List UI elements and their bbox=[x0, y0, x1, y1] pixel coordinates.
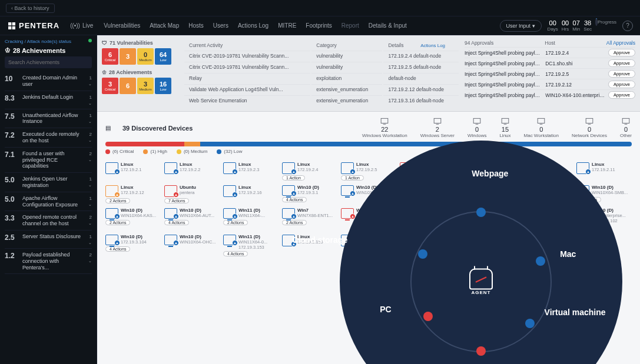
cracking-status-link[interactable]: Cracking / Attack node(s) status bbox=[5, 39, 71, 44]
svg-rect-6 bbox=[502, 118, 509, 123]
achievement-count: 1 bbox=[89, 176, 92, 182]
device-card[interactable]: ▲Win10 (D)WIN10X64-OHC... bbox=[164, 235, 220, 256]
device-name: Linux bbox=[592, 162, 615, 167]
device-card[interactable]: ▲Win10 (D)172.19.3.14 Actions bbox=[282, 185, 337, 203]
all-approvals-link[interactable]: All Approvals bbox=[606, 40, 635, 46]
device-card[interactable]: ▲Win11 (D)WIN11X64-...2 Actions bbox=[223, 208, 278, 230]
device-icon: ▲ bbox=[576, 162, 589, 174]
activity-row[interactable]: Citrix CVE-2019-19781 Vulnerability Scan… bbox=[184, 62, 459, 72]
device-name: Win10 (D) bbox=[180, 208, 214, 213]
achievement-row[interactable]: 2.5Server Status Disclosure1⌄ bbox=[5, 231, 92, 249]
severity-block[interactable]: 3Medium bbox=[137, 78, 154, 94]
approve-button[interactable]: Approve bbox=[608, 70, 635, 78]
achievement-row[interactable]: 7.2Executed code remotely on the host2⌄ bbox=[5, 128, 92, 148]
device-ip: WIN10X64-SMB... bbox=[592, 190, 628, 195]
achievement-row[interactable]: 5.0Apache Airflow Configuration Exposure… bbox=[5, 192, 92, 212]
approval-desc: Inject Spring4Shell probing payload bbox=[465, 92, 542, 98]
user-input-button[interactable]: User Input ▾ bbox=[500, 20, 542, 32]
approve-button[interactable]: Approve bbox=[608, 49, 635, 56]
device-name: Win10 (D) bbox=[297, 185, 319, 190]
diagram-node-label: PC bbox=[380, 305, 391, 314]
device-card[interactable]: ▲Linux172.19.2.11 bbox=[576, 162, 632, 181]
achievement-count: 1 bbox=[89, 113, 92, 118]
approval-row: Inject Spring4Shell probing payloadWIN10… bbox=[465, 89, 635, 100]
device-card[interactable]: ▲Linux172.19.2.16 bbox=[223, 185, 278, 203]
achievement-score: 7.5 bbox=[5, 112, 19, 121]
device-card[interactable]: ▲Linux172.19.2.3 bbox=[223, 162, 278, 181]
device-card[interactable]: ▲Linux172.19.2.1 bbox=[105, 162, 161, 181]
svg-rect-10 bbox=[586, 118, 593, 123]
achievement-row[interactable]: 7.1Found a user with privileged RCE capa… bbox=[5, 148, 92, 173]
device-ip: 172.19.2.2 bbox=[180, 167, 200, 172]
help-icon[interactable]: ? bbox=[622, 21, 633, 31]
device-icon: ▲ bbox=[282, 208, 295, 219]
severity-block[interactable]: 3Critical bbox=[102, 78, 118, 94]
achievement-label: Unauthenticated Airflow Instance bbox=[22, 112, 85, 125]
nav-users[interactable]: Users bbox=[213, 22, 228, 29]
nav-hosts[interactable]: Hosts bbox=[188, 22, 204, 29]
device-actions-badge[interactable]: 4 Actions bbox=[105, 246, 130, 252]
device-actions-badge[interactable]: 2 Actions bbox=[282, 220, 307, 225]
achievement-row[interactable]: 3.3Opened remote control channel on the … bbox=[5, 211, 92, 231]
device-name: Linux bbox=[121, 162, 141, 167]
severity-block[interactable]: 6Critical bbox=[102, 48, 118, 65]
search-achievements-input[interactable] bbox=[5, 56, 92, 68]
nav-details---input[interactable]: Details & Input bbox=[369, 22, 407, 29]
activity-row[interactable]: Web Service Enumerationextensive_enumera… bbox=[184, 95, 459, 105]
approval-host: 172.19.2.4 bbox=[545, 50, 605, 56]
nav-mitre[interactable]: MITRE bbox=[278, 22, 296, 29]
nav-report[interactable]: Report bbox=[341, 22, 359, 29]
device-actions-badge[interactable]: 2 Actions bbox=[105, 220, 130, 225]
device-icon: ▲ bbox=[164, 185, 177, 197]
device-actions-badge[interactable]: 4 Actions bbox=[282, 197, 307, 202]
achievement-row[interactable]: 10Created Domain Admin user1⌄ bbox=[5, 72, 92, 91]
severity-block[interactable]: 64Low bbox=[155, 48, 171, 65]
nav-attack-map[interactable]: Attack Map bbox=[150, 22, 179, 29]
back-to-history-button[interactable]: ‹ Back to history bbox=[6, 4, 55, 13]
device-card[interactable]: ▲Win10 (D)WIN10X64-KAS...2 Actions bbox=[105, 208, 161, 230]
activity-row[interactable]: Citrix CVE-2019-19781 Vulnerability Scan… bbox=[184, 51, 459, 61]
device-ip: pentera bbox=[180, 190, 196, 195]
severity-block[interactable]: 3 bbox=[120, 48, 136, 65]
device-card[interactable]: ▲Win10 (D)WIN10X64-AUT...4 Actions bbox=[164, 208, 220, 230]
achievement-label: Apache Airflow Configuration Exposure bbox=[22, 195, 85, 208]
achievement-row[interactable]: 5.0Jenkins Open User registration1⌄ bbox=[5, 173, 92, 192]
device-actions-badge[interactable]: 2 Actions bbox=[105, 198, 130, 203]
device-card[interactable]: ▲Linux172.19.2.2 bbox=[164, 162, 220, 181]
activity-row[interactable]: Relayexploitationdefault-node bbox=[184, 73, 459, 83]
device-actions-badge[interactable]: 7 Actions bbox=[164, 198, 189, 203]
device-card[interactable]: ▲Linux172.19.2.122 Actions bbox=[105, 185, 161, 203]
achievement-label: Opened remote control channel on the hos… bbox=[22, 214, 85, 227]
actions-log-link[interactable]: Actions Log bbox=[420, 43, 445, 48]
device-name: Ubuntu bbox=[180, 185, 196, 190]
legend-item: (6) Critical bbox=[105, 149, 134, 154]
device-card[interactable]: ▲Ubuntupentera7 Actions bbox=[164, 185, 220, 203]
device-actions-badge[interactable]: 1 Action bbox=[282, 175, 305, 181]
device-ip: WIN11X64-0... bbox=[238, 239, 267, 245]
device-card[interactable]: ▲Win7WIN7X86-ENT1...2 Actions bbox=[282, 208, 337, 230]
device-card[interactable]: ▲Win11 (D)WIN11X64-0...172.19.3.1534 Act… bbox=[223, 235, 278, 256]
nav-vulnerabilities[interactable]: Vulnerabilities bbox=[104, 22, 140, 29]
device-card[interactable]: ▲Linux172.19.2.41 Action bbox=[282, 162, 337, 181]
achievement-row[interactable]: 1.2Payload established connection with P… bbox=[5, 249, 92, 274]
nav-actions-log[interactable]: Actions Log bbox=[238, 22, 268, 29]
device-actions-badge[interactable]: 1 Action bbox=[341, 175, 364, 181]
device-actions-badge[interactable]: 2 Actions bbox=[223, 220, 248, 225]
device-actions-badge[interactable]: 4 Actions bbox=[164, 220, 189, 225]
device-stat: 0Other bbox=[620, 118, 632, 138]
severity-block[interactable]: 0Medium bbox=[137, 48, 154, 65]
achievement-row[interactable]: 7.5Unauthenticated Airflow Instance1⌄ bbox=[5, 109, 92, 129]
approve-button[interactable]: Approve bbox=[608, 91, 635, 99]
approve-button[interactable]: Approve bbox=[608, 81, 635, 88]
nav-footprints[interactable]: Footprints bbox=[306, 22, 331, 29]
severity-block[interactable]: 16Low bbox=[155, 78, 171, 94]
devices-dropdown-icon[interactable]: ▤ bbox=[105, 125, 111, 131]
severity-block[interactable]: 6 bbox=[120, 78, 136, 94]
device-card[interactable]: ▲Win10 (D)172.19.3.1044 Actions bbox=[105, 235, 161, 256]
achievement-row[interactable]: 8.3Jenkins Default Login1⌄ bbox=[5, 91, 92, 109]
activity-row[interactable]: Validate Web Application Log4Shell Vuln.… bbox=[184, 84, 459, 94]
device-actions-badge[interactable]: 4 Actions bbox=[223, 251, 248, 256]
achievement-label: Server Status Disclosure bbox=[22, 233, 85, 240]
approve-button[interactable]: Approve bbox=[608, 59, 635, 67]
device-name: Linux bbox=[297, 162, 318, 167]
